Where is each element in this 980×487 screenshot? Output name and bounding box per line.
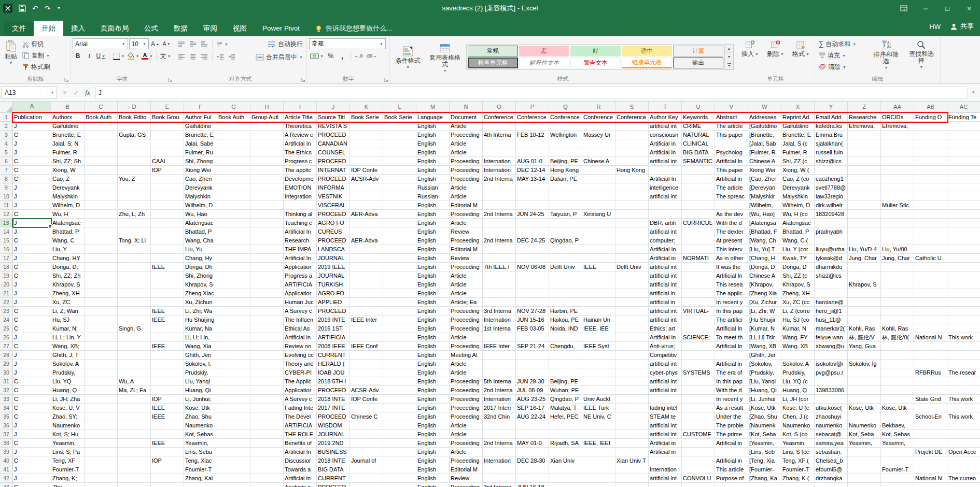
cell-Q39[interactable]	[549, 448, 582, 456]
cell-V40[interactable]: Artificial in	[715, 456, 748, 465]
share-button[interactable]: 共享	[950, 22, 974, 31]
cell-AB21[interactable]	[914, 289, 947, 298]
cell-R38[interactable]: IEEE, IEEI	[582, 439, 615, 448]
cell-S33[interactable]	[615, 395, 649, 404]
cell-C21[interactable]	[85, 289, 118, 298]
cell-S26[interactable]	[615, 333, 649, 342]
cell-S19[interactable]	[615, 271, 649, 280]
cell-M42[interactable]: English	[416, 474, 450, 483]
cell-B7[interactable]: Xiong, W	[51, 166, 85, 175]
cell-U2[interactable]: CRIME	[682, 122, 715, 131]
cell-AB20[interactable]	[914, 280, 947, 289]
cell-U42[interactable]: CONVOLU	[682, 474, 715, 483]
cell-N32[interactable]: Proceeding	[450, 386, 483, 395]
cell-P10[interactable]	[516, 192, 549, 201]
cell-Q41[interactable]	[549, 465, 582, 474]
column-header-G[interactable]: G	[217, 102, 250, 113]
cell-L11[interactable]	[383, 201, 416, 210]
cell-D3[interactable]: Gupta, GS	[118, 131, 151, 139]
cell-B15[interactable]: Wang, C	[51, 236, 85, 245]
cell-D33[interactable]	[118, 395, 151, 404]
cell-O7[interactable]: Internation	[483, 166, 516, 175]
cell-V29[interactable]: Artificial in	[715, 360, 748, 368]
cell-K31[interactable]	[350, 377, 383, 386]
cell-X39[interactable]: Lins, S (cc	[781, 448, 815, 456]
cell-W22[interactable]: [Xu, Zichur	[748, 298, 781, 307]
row-header-6[interactable]: 6	[0, 157, 13, 166]
cell-Q9[interactable]	[549, 183, 582, 192]
cell-O43[interactable]: 3rd Interna	[483, 483, 516, 487]
cell-D43[interactable]	[118, 483, 151, 487]
cell-W11[interactable]: [Wilhelm,	[748, 201, 781, 210]
cell-R26[interactable]	[582, 333, 615, 342]
cell-AB22[interactable]	[914, 298, 947, 307]
decrease-indent-button[interactable]	[215, 52, 226, 62]
cell-O23[interactable]: 3rd Interna	[483, 307, 516, 316]
cell-F23[interactable]: Li, Zhi; Wa	[184, 307, 217, 316]
cancel-button[interactable]: ×	[60, 87, 70, 98]
cell-I10[interactable]: Integration	[284, 192, 317, 201]
column-header-L[interactable]: L	[383, 102, 416, 113]
tell-me-box[interactable]: 告诉我您想要做什么...	[307, 21, 399, 36]
cell-AB5[interactable]	[914, 148, 947, 157]
cell-R30[interactable]	[582, 368, 615, 377]
cell-V3[interactable]: This paper	[715, 131, 748, 139]
cell-M4[interactable]: English	[416, 139, 450, 148]
row-header-26[interactable]: 26	[0, 333, 13, 342]
cell-Y42[interactable]: drzhangka	[815, 474, 848, 483]
cell-N22[interactable]: Article; Ea	[450, 298, 483, 307]
cell-V21[interactable]: The applic	[715, 289, 748, 298]
cell-H32[interactable]	[250, 386, 284, 395]
cell-R3[interactable]: Massey Ur	[582, 131, 615, 139]
cell-S17[interactable]	[615, 254, 649, 263]
cell-A37[interactable]: J	[13, 430, 51, 439]
cell-D39[interactable]	[118, 448, 151, 456]
align-right-button[interactable]	[199, 52, 209, 62]
align-bottom-button[interactable]	[199, 39, 209, 49]
cell-J41[interactable]: BIG DATA	[317, 465, 350, 474]
cell-Q8[interactable]: Dalian, PE	[549, 175, 582, 183]
cell-N9[interactable]: Article	[450, 183, 483, 192]
cell-Q42[interactable]	[549, 474, 582, 483]
cell-S37[interactable]	[615, 430, 649, 439]
cell-A10[interactable]: J	[13, 192, 51, 201]
cell-U17[interactable]: NORMATI	[682, 254, 715, 263]
cell-A7[interactable]: C	[13, 166, 51, 175]
cell-W38[interactable]: [Yeasmin,	[748, 439, 781, 448]
cell-I36[interactable]: ARTIFICIA	[284, 421, 317, 430]
cell-AA39[interactable]	[881, 448, 914, 456]
cell-N38[interactable]: Proceeding	[450, 439, 483, 448]
cell-B36[interactable]: Naumenko	[51, 421, 85, 430]
cell-Y29[interactable]: isokolov@i	[815, 360, 848, 368]
cell-N6[interactable]: Proceeding	[450, 157, 483, 166]
cell-C8[interactable]	[85, 175, 118, 183]
cell-B33[interactable]: Li, JH; Zha	[51, 395, 85, 404]
account-name[interactable]: HW	[929, 23, 941, 31]
cell-M20[interactable]: English	[416, 280, 450, 289]
cell-AA9[interactable]	[881, 183, 914, 192]
increase-decimal-button[interactable]: ←.0	[353, 51, 364, 61]
cell-P2[interactable]	[516, 122, 549, 131]
cell-T20[interactable]: artificial int	[649, 280, 682, 289]
cell-S12[interactable]	[615, 210, 649, 219]
row-header-2[interactable]: 2	[0, 122, 13, 131]
cell-V8[interactable]: Artificial in	[715, 175, 748, 183]
cell-P31[interactable]: JUN 29-30	[516, 377, 549, 386]
cell-H43[interactable]	[250, 483, 284, 487]
row-header-7[interactable]: 7	[0, 166, 13, 175]
cell-AB31[interactable]	[914, 377, 947, 386]
cell-AC3[interactable]	[947, 131, 980, 139]
column-header-I[interactable]: I	[284, 102, 317, 113]
cell-AA23[interactable]	[881, 307, 914, 316]
cell-M11[interactable]: English	[416, 201, 450, 210]
cell-AC6[interactable]	[947, 157, 980, 166]
cell-E14[interactable]	[151, 227, 184, 236]
cell-M26[interactable]: English	[416, 333, 450, 342]
cell-AC21[interactable]	[947, 289, 980, 298]
cell-F38[interactable]: Yeasmin,	[184, 439, 217, 448]
cell-E28[interactable]	[151, 351, 184, 360]
cell-B12[interactable]: Wu, H	[51, 210, 85, 219]
cell-N4[interactable]: Article	[450, 139, 483, 148]
cell-AC43[interactable]	[947, 483, 980, 487]
cell-G18[interactable]	[217, 263, 250, 271]
